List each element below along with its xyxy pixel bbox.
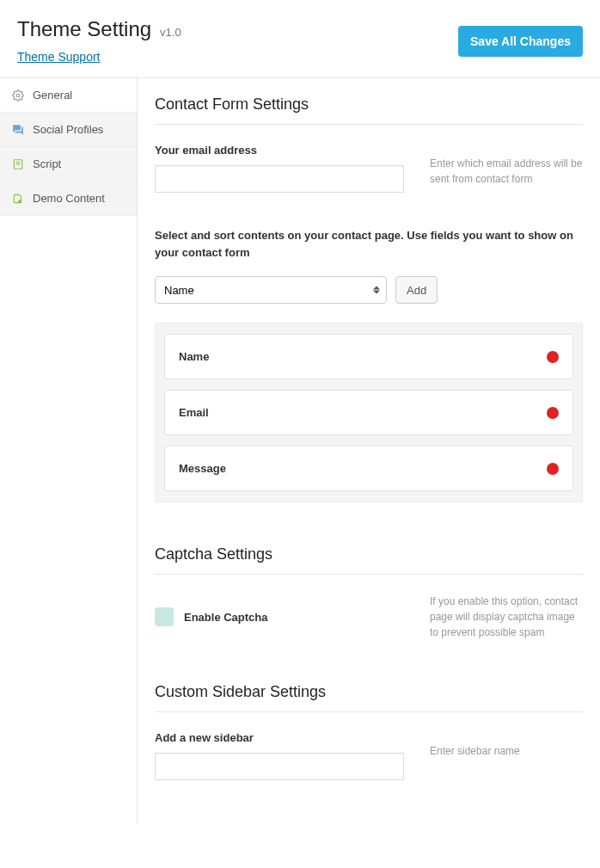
email-help-text: Enter which email address will be sent f…: [430, 144, 583, 193]
enable-captcha-checkbox[interactable]: [155, 607, 174, 626]
version-label: v1.0: [160, 26, 181, 39]
remove-icon[interactable]: [547, 351, 559, 363]
captcha-section-title: Captcha Settings: [155, 545, 583, 575]
save-all-button[interactable]: Save All Changes: [458, 26, 583, 57]
item-label: Email: [179, 406, 209, 419]
remove-icon[interactable]: [547, 463, 559, 475]
add-button[interactable]: Add: [395, 276, 438, 304]
captcha-help-text: If you enable this option, contact page …: [430, 594, 583, 640]
gear-icon: [12, 89, 24, 102]
sidebar-item-label: Social Profiles: [33, 123, 103, 136]
sidebar-item-general[interactable]: General: [0, 78, 137, 113]
contact-item[interactable]: Email: [164, 390, 573, 435]
add-sidebar-help: Enter sidebar name: [430, 731, 520, 780]
speech-icon: [12, 124, 24, 136]
svg-point-0: [16, 94, 20, 97]
sidebar-item-label: Script: [33, 157, 61, 170]
svg-point-4: [18, 200, 21, 203]
sidebar-item-demo[interactable]: Demo Content: [0, 182, 137, 216]
sort-label: Select and sort contents on your contact…: [155, 227, 583, 261]
contact-item[interactable]: Message: [164, 446, 573, 491]
field-select[interactable]: Name: [155, 276, 387, 304]
sidebar-nav: General Social Profiles Script Demo Cont…: [0, 78, 138, 823]
title-text: Theme Setting: [17, 17, 151, 41]
sidebar-section-title: Custom Sidebar Settings: [155, 683, 583, 712]
page-title: Theme Setting v1.0: [17, 17, 181, 41]
sidebar-item-social[interactable]: Social Profiles: [0, 113, 137, 147]
page-header: Theme Setting v1.0 Theme Support Save Al…: [0, 0, 600, 78]
sidebar-item-label: Demo Content: [33, 192, 105, 205]
enable-captcha-label: Enable Captcha: [184, 611, 268, 624]
remove-icon[interactable]: [547, 407, 559, 419]
document-icon: [12, 158, 24, 170]
item-label: Name: [179, 350, 209, 363]
main-content: Contact Form Settings Your email address…: [138, 78, 600, 823]
contact-items-list: Name Email Message: [155, 323, 583, 502]
item-label: Message: [179, 462, 226, 475]
add-sidebar-label: Add a new sidebar: [155, 731, 404, 744]
theme-support-link[interactable]: Theme Support: [17, 50, 181, 64]
contact-item[interactable]: Name: [164, 334, 573, 379]
sidebar-item-label: General: [33, 89, 72, 102]
add-sidebar-input[interactable]: [155, 753, 404, 780]
contact-section-title: Contact Form Settings: [155, 95, 583, 125]
sidebar-item-script[interactable]: Script: [0, 147, 137, 182]
email-input[interactable]: [155, 165, 404, 193]
email-label: Your email address: [155, 144, 404, 157]
import-icon: [12, 193, 24, 205]
